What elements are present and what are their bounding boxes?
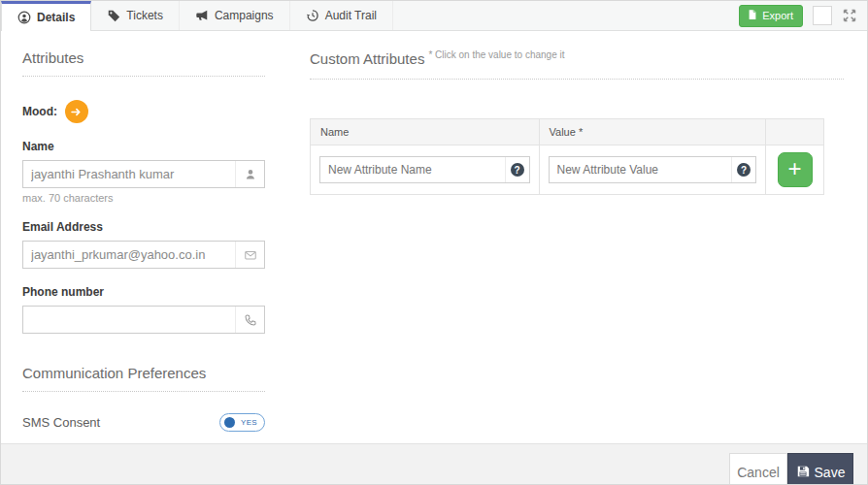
name-label: Name: [22, 140, 265, 153]
tab-tickets[interactable]: Tickets: [91, 1, 180, 30]
email-field-wrap: [22, 241, 265, 269]
custom-attributes-panel: Custom Attributes* Click on the value to…: [310, 49, 844, 471]
mood-label: Mood:: [22, 105, 57, 118]
toggle-dot: [224, 417, 235, 428]
tab-label: Campaigns: [215, 9, 274, 22]
custom-attributes-heading-row: Custom Attributes* Click on the value to…: [310, 49, 844, 80]
person-circle-icon: [17, 11, 31, 24]
save-label: Save: [815, 465, 846, 480]
tab-bar-actions: Export: [739, 1, 867, 30]
tab-label: Tickets: [126, 9, 163, 22]
phone-icon: [235, 307, 264, 333]
cancel-button[interactable]: Cancel: [729, 453, 787, 485]
tab-details[interactable]: Details: [1, 1, 91, 31]
attributes-heading: Attributes: [22, 49, 265, 77]
custom-attributes-note: * Click on the value to change it: [428, 49, 564, 60]
mood-arrow-icon[interactable]: [65, 100, 88, 123]
new-attribute-name-wrap: ?: [319, 156, 530, 183]
column-header-action: [766, 119, 824, 146]
sms-consent-label: SMS Consent: [22, 415, 100, 430]
mood-row: Mood:: [22, 100, 265, 123]
new-attribute-value-input[interactable]: [550, 157, 732, 182]
tab-label: Details: [37, 11, 75, 24]
phone-field-wrap: [22, 306, 265, 334]
new-attribute-name-cell: ?: [311, 146, 540, 195]
name-input[interactable]: [23, 161, 235, 187]
question-icon[interactable]: ?: [737, 163, 751, 177]
tag-icon: [107, 9, 120, 22]
new-attribute-value-wrap: ?: [549, 156, 757, 183]
question-icon[interactable]: ?: [511, 163, 524, 177]
new-attribute-name-input[interactable]: [320, 157, 505, 182]
new-attribute-row: ? ? +: [311, 146, 824, 195]
person-icon: [235, 161, 264, 187]
export-button[interactable]: Export: [739, 5, 803, 27]
toggle-state: YES: [241, 418, 257, 427]
tab-label: Audit Trail: [325, 9, 377, 22]
column-header-name: Name: [311, 119, 540, 146]
sms-consent-toggle[interactable]: YES: [219, 413, 265, 432]
sms-consent-row: SMS Consent YES: [22, 413, 265, 432]
custom-attributes-heading: Custom Attributes: [310, 50, 424, 67]
name-field-wrap: [22, 160, 265, 188]
megaphone-icon: [195, 9, 209, 22]
footer-buttons: Cancel Save: [729, 453, 853, 485]
phone-label: Phone number: [22, 285, 265, 299]
add-attribute-cell: +: [766, 146, 824, 195]
tab-campaigns[interactable]: Campaigns: [180, 1, 290, 30]
main-content: Attributes Mood: Name max. 70 characters…: [1, 31, 867, 471]
email-input[interactable]: [23, 242, 235, 268]
fullscreen-icon[interactable]: [842, 8, 857, 23]
custom-attributes-table: Name Value * ?: [310, 118, 824, 195]
table-header-row: Name Value *: [311, 119, 824, 146]
new-attribute-value-cell: ?: [539, 146, 766, 195]
save-floppy-icon: [796, 465, 810, 481]
history-icon: [306, 9, 319, 22]
contact-details-page: Details Tickets Campaigns Audit Trail: [0, 0, 868, 485]
communication-heading: Communication Preferences: [22, 365, 265, 392]
footer-bar: Cancel Save: [1, 443, 867, 484]
email-label: Email Address: [22, 220, 265, 234]
window-button[interactable]: [813, 6, 832, 25]
tab-bar: Details Tickets Campaigns Audit Trail: [1, 1, 867, 31]
tab-audit-trail[interactable]: Audit Trail: [290, 1, 393, 30]
help-icon-wrap: ?: [731, 157, 755, 182]
save-button[interactable]: Save: [787, 453, 853, 485]
column-header-value: Value *: [539, 119, 766, 146]
help-icon-wrap: ?: [505, 157, 529, 182]
add-attribute-button[interactable]: +: [778, 152, 813, 187]
attributes-panel: Attributes Mood: Name max. 70 characters…: [22, 49, 265, 471]
name-hint: max. 70 characters: [22, 192, 265, 204]
export-label: Export: [762, 10, 793, 21]
envelope-icon: [235, 242, 264, 268]
phone-input[interactable]: [23, 307, 235, 333]
document-icon: [747, 9, 758, 22]
